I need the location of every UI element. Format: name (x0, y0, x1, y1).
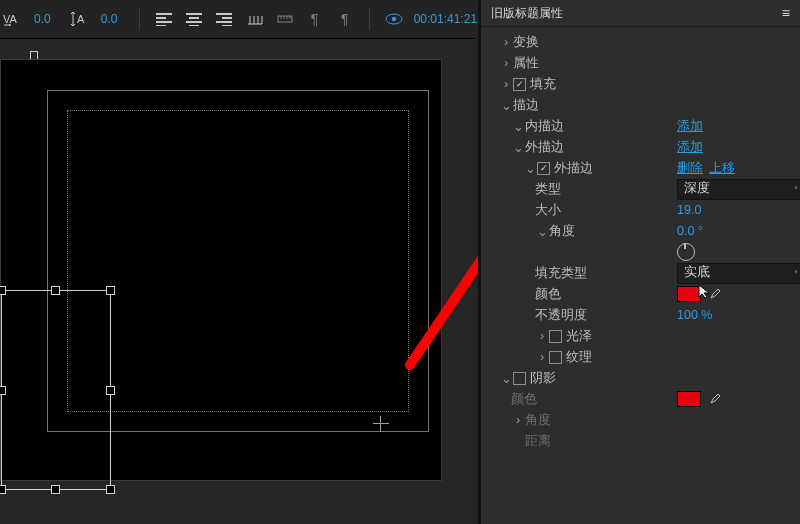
section-attributes[interactable]: 属性 (487, 53, 794, 73)
outer-stroke-label: 外描边 (525, 139, 564, 156)
twirl-icon[interactable] (511, 140, 525, 155)
gloss-checkbox[interactable] (549, 330, 562, 343)
twirl-icon[interactable] (535, 350, 549, 364)
align-right-icon[interactable] (214, 8, 234, 30)
stroke-size-row: 大小 19.0 (487, 200, 794, 220)
twirl-icon[interactable] (523, 161, 537, 176)
panel-body: 变换 属性 ✓ 填充 描边 内描边 添加 (481, 27, 800, 458)
twirl-icon[interactable] (499, 77, 513, 91)
twirl-icon[interactable] (499, 35, 513, 49)
stroke-type-select[interactable]: 深度 (677, 179, 800, 200)
shadow-color-swatch[interactable] (677, 391, 701, 407)
leading-icon[interactable]: A (69, 8, 89, 30)
app-root: VA 0.0 A 0.0 ¶ ¶ 00:01:41:21 (0, 0, 800, 524)
stroke-angle-dial-row (487, 242, 794, 262)
title-glyphs: 静 静 (1, 290, 111, 490)
outer-stroke-add[interactable]: 添加 (677, 139, 703, 156)
title-toolbar: VA 0.0 A 0.0 ¶ ¶ 00:01:41:21 (0, 0, 477, 38)
stroke-type-row: 类型 深度 (487, 179, 794, 199)
stroke-gloss-label: 光泽 (566, 328, 592, 345)
divider (369, 8, 370, 30)
shadow-color-row: 颜色 (487, 389, 794, 409)
tab-stops-icon[interactable] (245, 8, 265, 30)
kerning-value[interactable]: 0.0 (34, 12, 51, 26)
outer-stroke-row[interactable]: 外描边 添加 (487, 137, 794, 157)
show-ruler-icon[interactable] (275, 8, 295, 30)
twirl-icon[interactable] (499, 371, 513, 386)
outer-stroke-move-up[interactable]: 上移 (709, 160, 735, 177)
section-shadow[interactable]: 阴影 (487, 368, 794, 388)
handle-e[interactable] (106, 386, 115, 395)
stroke-color-label: 颜色 (535, 286, 561, 303)
eyedropper-icon[interactable] (707, 392, 721, 406)
leading-value[interactable]: 0.0 (101, 12, 118, 26)
show-video-icon[interactable] (384, 8, 404, 30)
stroke-angle-row[interactable]: 角度 0.0 ° (487, 221, 794, 241)
handle-se[interactable] (106, 485, 115, 494)
section-fill[interactable]: ✓ 填充 (487, 74, 794, 94)
stroke-opacity-row: 不透明度 100 % (487, 305, 794, 325)
section-label: 变换 (513, 34, 539, 51)
section-label: 描边 (513, 97, 539, 114)
shadow-distance-label: 距离 (525, 433, 551, 450)
canvas-stage[interactable]: 静 静 (0, 59, 442, 481)
handle-ne[interactable] (106, 286, 115, 295)
outer-stroke-item-label: 外描边 (554, 160, 593, 177)
stroke-opacity-value[interactable]: 100 % (677, 308, 712, 322)
panel-menu-icon[interactable]: ≡ (782, 5, 790, 21)
handle-sw[interactable] (0, 485, 6, 494)
stroke-angle-value[interactable]: 0.0 ° (677, 224, 703, 238)
kerning-icon[interactable]: VA (2, 8, 22, 30)
twirl-icon[interactable] (511, 413, 525, 427)
shadow-checkbox[interactable] (513, 372, 526, 385)
inner-stroke-add[interactable]: 添加 (677, 118, 703, 135)
eyedropper-icon[interactable] (707, 287, 721, 301)
align-center-icon[interactable] (184, 8, 204, 30)
twirl-icon[interactable] (535, 329, 549, 343)
outer-stroke-delete[interactable]: 删除 (677, 160, 703, 177)
stroke-type-label: 类型 (535, 181, 561, 198)
stroke-texture-row[interactable]: 纹理 (487, 347, 794, 367)
align-left-icon[interactable] (154, 8, 174, 30)
twirl-icon[interactable] (499, 56, 513, 70)
paragraph-rtl-icon[interactable]: ¶ (335, 8, 355, 30)
handle-s[interactable] (51, 485, 60, 494)
handle-w[interactable] (0, 386, 6, 395)
inner-stroke-row[interactable]: 内描边 添加 (487, 116, 794, 136)
panel-title: 旧版标题属性 (491, 5, 563, 22)
panel-header: 旧版标题属性 ≡ (481, 0, 800, 27)
svg-text:A: A (77, 13, 85, 25)
stroke-fill-type-select[interactable]: 实底 (677, 263, 800, 284)
stroke-fill-type-label: 填充类型 (535, 265, 587, 282)
inner-stroke-label: 内描边 (525, 118, 564, 135)
handle-nw[interactable] (0, 286, 6, 295)
stroke-size-value[interactable]: 19.0 (677, 203, 701, 217)
timecode[interactable]: 00:01:41:21 (414, 12, 477, 26)
outer-stroke-item-row[interactable]: ✓ 外描边 删除 上移 (487, 158, 794, 178)
stroke-angle-label: 角度 (549, 223, 575, 240)
handle-n[interactable] (51, 286, 60, 295)
section-stroke[interactable]: 描边 (487, 95, 794, 115)
shadow-angle-row[interactable]: 角度 (487, 410, 794, 430)
texture-checkbox[interactable] (549, 351, 562, 364)
shadow-angle-label: 角度 (525, 412, 551, 429)
stroke-color-swatch[interactable] (677, 286, 701, 302)
title-text-object[interactable]: 静 静 (1, 290, 111, 490)
section-transform[interactable]: 变换 (487, 32, 794, 52)
svg-text:VA: VA (3, 13, 18, 25)
twirl-icon[interactable] (499, 98, 513, 113)
paragraph-ltr-icon[interactable]: ¶ (305, 8, 325, 30)
twirl-icon[interactable] (511, 119, 525, 134)
section-label: 属性 (513, 55, 539, 72)
fill-checkbox[interactable]: ✓ (513, 78, 526, 91)
stroke-opacity-label: 不透明度 (535, 307, 587, 324)
svg-point-4 (391, 17, 395, 21)
angle-dial[interactable] (677, 243, 695, 261)
stroke-gloss-row[interactable]: 光泽 (487, 326, 794, 346)
twirl-icon[interactable] (535, 224, 549, 239)
stroke-size-label: 大小 (535, 202, 561, 219)
title-canvas[interactable]: 静 静 (0, 38, 475, 524)
outer-stroke-checkbox[interactable]: ✓ (537, 162, 550, 175)
divider (139, 8, 140, 30)
section-label: 阴影 (530, 370, 556, 387)
